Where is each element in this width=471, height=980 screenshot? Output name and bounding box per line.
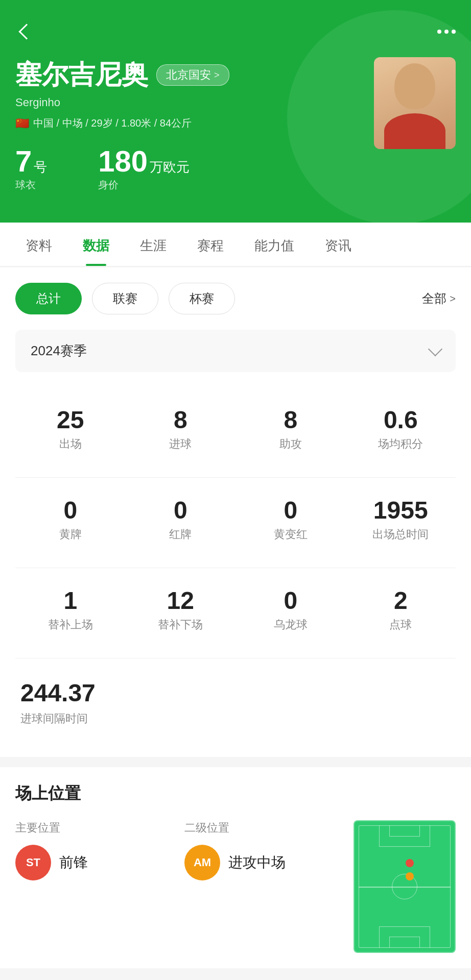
avatar-image [374,57,456,149]
hero-section: 塞尔吉尼奥 北京国安 > Serginho 🇨🇳 中国 / 中场 / 29岁 /… [0,0,471,223]
tabs-bar: 资料 数据 生涯 赛程 能力值 资讯 [0,223,471,266]
hero-stats: 7 号 球衣 180 万欧元 身价 [15,146,374,192]
stat-yellow-red: 0 黄变红 [236,483,346,557]
soccer-field [354,820,456,953]
stat-label: 红牌 [131,527,231,542]
stat-label: 出场 [20,436,121,452]
player-attrs-text: 中国 / 中场 / 29岁 / 1.80米 / 84公斤 [33,116,192,130]
stat-label: 进球 [131,436,231,452]
stat-own-goal: 0 乌龙球 [236,573,346,648]
tab-nenglizhi[interactable]: 能力值 [239,223,310,266]
top-bar [15,20,456,43]
position-dot-secondary [406,872,414,880]
player-avatar [374,57,456,149]
tab-shengya[interactable]: 生涯 [125,223,182,266]
primary-position-label: 主要位置 [15,820,164,836]
primary-position-name: 前锋 [59,853,88,872]
stat-red: 0 红牌 [126,483,236,557]
stat-value: 1955 [351,498,451,523]
flag-icon: 🇨🇳 [15,117,29,130]
field-box-top [379,825,430,847]
filter-all-chevron: > [450,293,456,305]
avatar-head [394,63,435,109]
secondary-position-code: AM [194,856,211,869]
stat-label: 黄牌 [20,527,121,542]
stat-label: 黄变红 [241,527,341,542]
back-icon [18,23,34,39]
stat-value: 8 [241,408,341,432]
filter-all-label: 全部 [422,290,446,307]
stat-value: 25 [20,408,121,432]
section-title: 场上位置 [15,782,456,805]
jersey-unit: 号 [34,158,47,176]
value-stat: 180 万欧元 身价 [98,146,190,192]
tab-zixun[interactable]: 资讯 [310,223,367,266]
season-selector[interactable]: 2024赛季 [15,330,456,372]
stat-goals: 8 进球 [126,393,236,467]
hero-main: 塞尔吉尼奥 北京国安 > Serginho 🇨🇳 中国 / 中场 / 29岁 /… [15,57,456,192]
team-badge[interactable]: 北京国安 > [156,64,229,86]
team-name: 北京国安 [166,67,211,83]
stat-label: 出场总时间 [351,527,451,542]
field-position-section: 场上位置 主要位置 ST 前锋 二级位置 AM 进攻中场 [0,767,471,968]
dot-icon [444,30,449,34]
back-button[interactable] [15,20,38,43]
more-button[interactable] [437,30,456,34]
stat-label: 乌龙球 [241,617,341,632]
stat-avg-score: 0.6 场均积分 [346,393,456,467]
filter-total[interactable]: 总计 [15,283,82,314]
special-stat-value: 244.37 [20,679,451,707]
secondary-position-badge: AM [184,845,220,880]
stat-label: 替补上场 [20,617,121,632]
primary-position-info: 主要位置 ST 前锋 [15,820,164,889]
primary-position-item: ST 前锋 [15,845,164,880]
stat-total-time: 1955 出场总时间 [346,483,456,557]
secondary-position-label: 二级位置 [184,820,333,836]
stats-row-2: 0 黄牌 0 红牌 0 黄变红 1955 出场总时间 [15,483,456,557]
player-latin-name: Serginho [15,96,374,109]
stat-penalty: 2 点球 [346,573,456,648]
stat-value: 12 [131,589,231,613]
chevron-right-icon: > [214,70,220,81]
stat-assists: 8 助攻 [236,393,346,467]
chevron-down-icon [428,341,442,356]
divider [15,658,456,658]
stat-value: 2 [351,589,451,613]
jersey-number: 7 [15,146,32,176]
primary-position-badge: ST [15,845,51,880]
tab-saicheng[interactable]: 赛程 [182,223,239,266]
filter-all[interactable]: 全部 > [422,290,456,307]
stat-value: 0.6 [351,408,451,432]
soccer-field-wrapper [354,820,456,953]
tab-shuju[interactable]: 数据 [67,223,125,266]
jersey-label: 球衣 [15,178,47,192]
name-row: 塞尔吉尼奥 北京国安 > [15,57,374,93]
stat-value: 1 [20,589,121,613]
player-attributes: 🇨🇳 中国 / 中场 / 29岁 / 1.80米 / 84公斤 [15,116,374,130]
stat-value: 0 [241,498,341,523]
player-name: 塞尔吉尼奥 [15,57,148,93]
stat-value: 0 [131,498,231,523]
filter-cup[interactable]: 杯赛 [169,283,235,314]
main-content: 总计 联赛 杯赛 全部 > 2024赛季 25 出场 8 进球 8 助攻 0.6… [0,267,471,757]
stat-label: 替补下场 [131,617,231,632]
stat-yellow: 0 黄牌 [15,483,126,557]
filter-league[interactable]: 联赛 [92,283,158,314]
position-dot-primary [406,859,414,867]
secondary-position-name: 进攻中场 [228,853,286,872]
stat-appearances: 25 出场 [15,393,126,467]
stat-value: 8 [131,408,231,432]
season-label: 2024赛季 [31,342,87,360]
filter-row: 总计 联赛 杯赛 全部 > [15,283,456,314]
hero-info: 塞尔吉尼奥 北京国安 > Serginho 🇨🇳 中国 / 中场 / 29岁 /… [15,57,374,192]
field-center-circle [392,874,417,899]
stat-sub-in: 1 替补上场 [15,573,126,648]
stats-row-1: 25 出场 8 进球 8 助攻 0.6 场均积分 [15,393,456,467]
stat-label: 场均积分 [351,436,451,452]
jersey-stat: 7 号 球衣 [15,146,47,192]
tab-ziliao[interactable]: 资料 [10,223,67,266]
secondary-position-item: AM 进攻中场 [184,845,333,880]
primary-position-code: ST [26,856,40,869]
stat-value: 0 [20,498,121,523]
position-row: 主要位置 ST 前锋 二级位置 AM 进攻中场 [15,820,456,953]
